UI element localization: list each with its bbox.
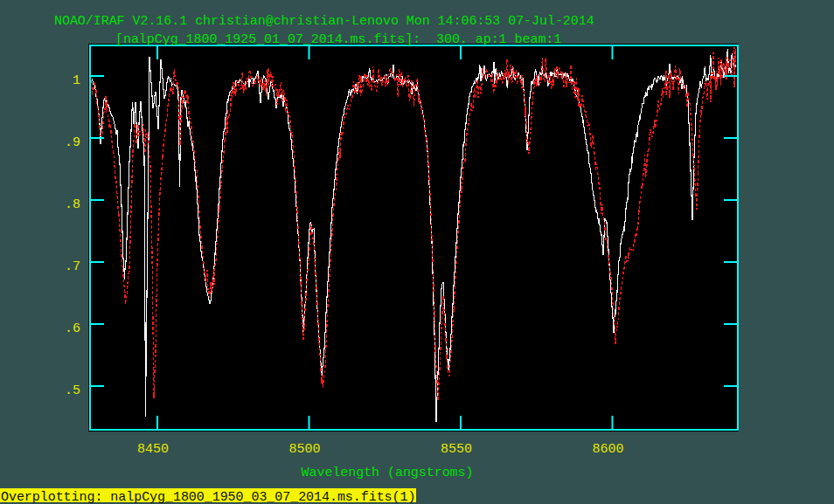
svg-text:NOAO/IRAF V2.16.1 christian@ch: NOAO/IRAF V2.16.1 christian@christian-Le… xyxy=(54,14,594,29)
svg-text:Wavelength (angstroms): Wavelength (angstroms) xyxy=(302,466,474,480)
svg-text:.6: .6 xyxy=(65,321,80,336)
svg-text:[nalpCyg_1800_1925_01_07_2014.: [nalpCyg_1800_1925_01_07_2014.ms.fits]: … xyxy=(115,32,561,47)
svg-text:.8: .8 xyxy=(65,197,80,212)
svg-text:8450: 8450 xyxy=(137,442,169,457)
svg-text:.7: .7 xyxy=(65,259,80,274)
svg-text:.9: .9 xyxy=(65,135,80,150)
svg-text:1: 1 xyxy=(73,73,80,88)
svg-text:.5: .5 xyxy=(65,383,80,398)
svg-text:8600: 8600 xyxy=(593,442,624,457)
svg-text:8500: 8500 xyxy=(289,442,321,457)
svg-text:Overplotting: nalpCyg_1800_195: Overplotting: nalpCyg_1800_1950_03_07_20… xyxy=(1,490,415,504)
svg-text:8550: 8550 xyxy=(441,442,472,457)
